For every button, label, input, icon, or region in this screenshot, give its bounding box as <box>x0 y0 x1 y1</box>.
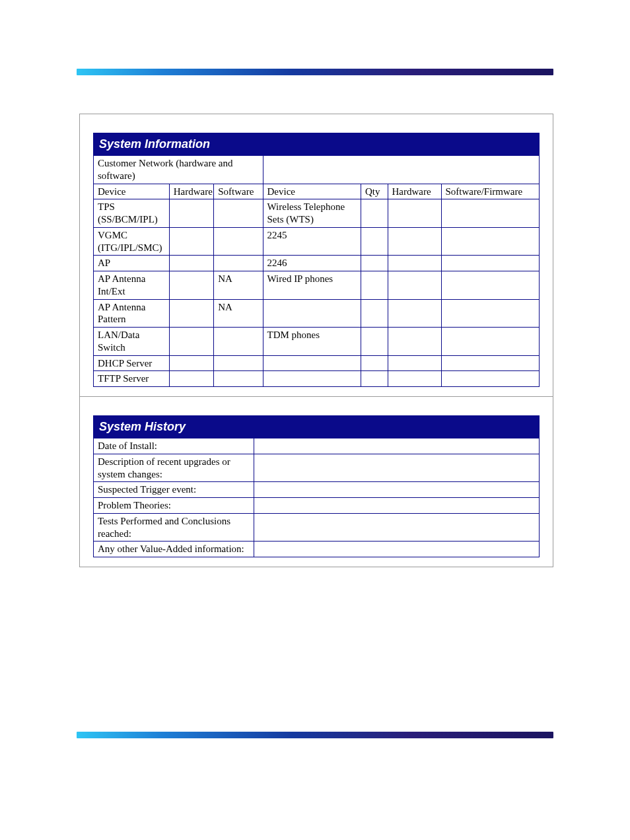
table-row: LAN/Data Switch TDM phones <box>94 328 540 356</box>
left-hardware-cell <box>169 299 214 328</box>
right-sf-cell <box>441 199 540 228</box>
right-device-cell: Wired IP phones <box>263 271 361 300</box>
col-device-right: Device <box>263 184 361 199</box>
col-software-left: Software <box>214 184 263 199</box>
history-value <box>254 542 540 557</box>
history-label: Description of recent upgrades or system… <box>94 454 254 482</box>
table-row: Customer Network (hardware and software) <box>94 156 540 184</box>
subheader-cell: Customer Network (hardware and software) <box>94 156 263 184</box>
system-history-panel: System History Date of Install: Descript… <box>79 396 553 567</box>
left-software-cell <box>214 256 263 271</box>
right-qty-cell <box>361 256 388 271</box>
left-hardware-cell <box>169 355 214 371</box>
left-software-cell: NA <box>214 299 263 328</box>
table-row: Any other Value-Added information: <box>94 542 540 557</box>
right-sf-cell <box>441 371 540 387</box>
table-row: AP Antenna Int/Ext NA Wired IP phones <box>94 271 540 300</box>
left-software-cell <box>214 355 263 371</box>
table-header-row: Device Hardware Software Device Qty Hard… <box>94 184 540 199</box>
left-hardware-cell <box>169 227 214 256</box>
system-information-panel: System Information Customer Network (har… <box>79 114 553 397</box>
right-qty-cell <box>361 271 388 300</box>
history-label: Any other Value-Added information: <box>94 542 254 557</box>
right-sf-cell <box>441 328 540 356</box>
right-device-cell: TDM phones <box>263 328 361 356</box>
system-information-table: System Information Customer Network (har… <box>93 133 540 387</box>
table-row: Description of recent upgrades or system… <box>94 454 540 482</box>
left-device-cell: AP Antenna Int/Ext <box>94 271 170 300</box>
left-hardware-cell <box>169 256 214 271</box>
right-qty-cell <box>361 199 388 228</box>
right-sf-cell <box>441 355 540 371</box>
history-label: Date of Install: <box>94 438 254 454</box>
col-qty: Qty <box>361 184 388 199</box>
header-rule <box>77 69 553 75</box>
col-device-left: Device <box>94 184 170 199</box>
table-row: TFTP Server <box>94 371 540 387</box>
system-history-title: System History <box>94 416 540 438</box>
right-device-cell: Wireless Telephone Sets (WTS) <box>263 199 361 228</box>
left-hardware-cell <box>169 371 214 387</box>
left-software-cell <box>214 199 263 228</box>
table-row: VGMC (ITG/IPL/SMC) 2245 <box>94 227 540 256</box>
right-hardware-cell <box>388 299 441 328</box>
footer-rule <box>77 732 553 738</box>
right-device-cell <box>263 299 361 328</box>
left-software-cell <box>214 328 263 356</box>
left-device-cell: AP <box>94 256 170 271</box>
right-sf-cell <box>441 271 540 300</box>
right-qty-cell <box>361 299 388 328</box>
table-row: TPS (SS/BCM/IPL) Wireless Telephone Sets… <box>94 199 540 228</box>
col-hardware-right: Hardware <box>388 184 441 199</box>
right-hardware-cell <box>388 355 441 371</box>
empty-cell <box>263 156 540 184</box>
left-hardware-cell <box>169 328 214 356</box>
right-qty-cell <box>361 328 388 356</box>
table-row: Tests Performed and Conclusions reached: <box>94 513 540 542</box>
right-hardware-cell <box>388 271 441 300</box>
history-value <box>254 498 540 514</box>
left-device-cell: LAN/Data Switch <box>94 328 170 356</box>
history-value <box>254 482 540 498</box>
left-hardware-cell <box>169 199 214 228</box>
right-device-cell: 2245 <box>263 227 361 256</box>
right-sf-cell <box>441 299 540 328</box>
left-device-cell: DHCP Server <box>94 355 170 371</box>
col-hardware-left: Hardware <box>169 184 214 199</box>
left-device-cell: TFTP Server <box>94 371 170 387</box>
right-device-cell <box>263 355 361 371</box>
right-hardware-cell <box>388 371 441 387</box>
right-hardware-cell <box>388 256 441 271</box>
left-software-cell <box>214 227 263 256</box>
col-software-firmware: Software/Firmware <box>441 184 540 199</box>
right-sf-cell <box>441 256 540 271</box>
right-hardware-cell <box>388 328 441 356</box>
left-device-cell: VGMC (ITG/IPL/SMC) <box>94 227 170 256</box>
system-information-title: System Information <box>94 133 540 156</box>
history-value <box>254 513 540 542</box>
left-device-cell: AP Antenna Pattern <box>94 299 170 328</box>
table-row: DHCP Server <box>94 355 540 371</box>
left-hardware-cell <box>169 271 214 300</box>
table-row: Problem Theories: <box>94 498 540 514</box>
right-hardware-cell <box>388 199 441 228</box>
table-row: AP 2246 <box>94 256 540 271</box>
history-label: Tests Performed and Conclusions reached: <box>94 513 254 542</box>
right-qty-cell <box>361 371 388 387</box>
right-hardware-cell <box>388 227 441 256</box>
system-history-table: System History Date of Install: Descript… <box>93 415 540 557</box>
history-label: Problem Theories: <box>94 498 254 514</box>
table-row: AP Antenna Pattern NA <box>94 299 540 328</box>
table-row: Date of Install: <box>94 438 540 454</box>
table-row: Suspected Trigger event: <box>94 482 540 498</box>
history-label: Suspected Trigger event: <box>94 482 254 498</box>
right-device-cell: 2246 <box>263 256 361 271</box>
left-device-cell: TPS (SS/BCM/IPL) <box>94 199 170 228</box>
left-software-cell <box>214 371 263 387</box>
history-value <box>254 438 540 454</box>
right-sf-cell <box>441 227 540 256</box>
right-qty-cell <box>361 227 388 256</box>
right-device-cell <box>263 371 361 387</box>
history-value <box>254 454 540 482</box>
left-software-cell: NA <box>214 271 263 300</box>
